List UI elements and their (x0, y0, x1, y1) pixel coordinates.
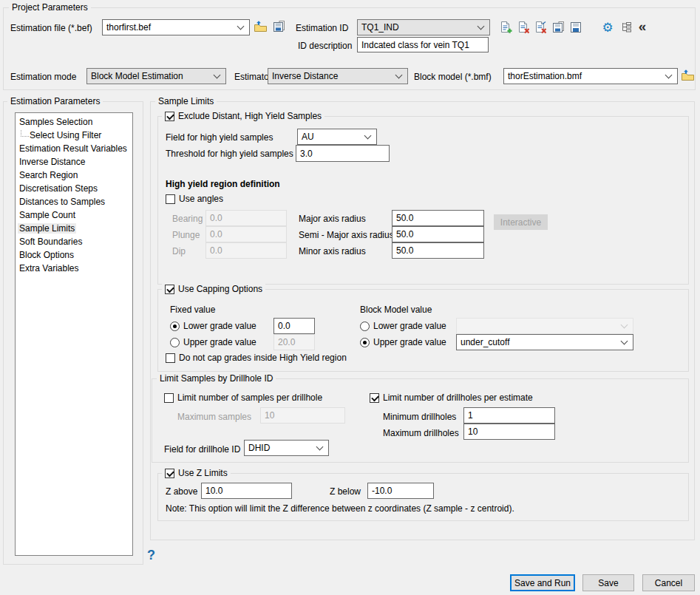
major-axis-label: Major axis radius (299, 214, 366, 224)
list-item-samples-selection[interactable]: Samples Selection (19, 115, 92, 129)
fixed-lower-label: Lower grade value (183, 321, 256, 331)
block-model-value: thorEstimation.bmf (504, 71, 663, 81)
help-button[interactable]: ? (147, 548, 155, 563)
estimation-id-value: TQ1_IND (358, 22, 475, 33)
no-cap-label: Do not cap grades inside High Yield regi… (179, 353, 347, 363)
estimation-mode-combo[interactable]: Block Model Estimation (86, 68, 226, 84)
save-button[interactable]: Save (582, 574, 634, 591)
chevron-down-icon (316, 443, 324, 450)
min-drillholes-label: Minimum drillholes (383, 412, 456, 422)
id-description-input[interactable] (357, 37, 489, 52)
list-item-block-options[interactable]: Block Options (19, 248, 74, 262)
delete-estimation-icon[interactable] (517, 21, 530, 34)
z-below-input[interactable] (367, 483, 434, 499)
fixed-lower-radio[interactable]: Lower grade value (170, 321, 256, 331)
use-z-limits-label: Use Z Limits (178, 468, 228, 478)
estimation-file-label: Estimation file (*.bef) (10, 23, 92, 33)
list-item-extra-variables[interactable]: Extra Variables (19, 262, 78, 275)
drillhole-field-value: DHID (245, 443, 314, 453)
checkbox-icon (166, 194, 175, 204)
list-item-sample-count[interactable]: Sample Count (19, 208, 75, 222)
estimator-combo[interactable]: Inverse Distance (268, 68, 408, 84)
no-cap-checkbox[interactable]: Do not cap grades inside High Yield regi… (166, 353, 347, 363)
estimation-id-combo[interactable]: TQ1_IND (357, 19, 490, 35)
limit-drillholes-label: Limit number of drillholes per estimate (383, 392, 533, 403)
delete-all-estimations-icon[interactable] (534, 21, 547, 34)
collapse-panel-icon[interactable]: « (636, 19, 649, 34)
fixed-upper-label: Upper grade value (183, 337, 256, 347)
estimation-parameters-title: Estimation Parameters (7, 96, 103, 106)
save-as-file-icon[interactable] (272, 20, 285, 33)
cancel-button[interactable]: Cancel (642, 574, 695, 591)
fixed-upper-radio[interactable]: Upper grade value (170, 337, 256, 347)
project-parameters-title: Project Parameters (9, 2, 91, 13)
bm-upper-label: Upper grade value (373, 337, 446, 347)
bm-lower-label: Lower grade value (373, 321, 446, 331)
limit-samples-checkbox[interactable]: Limit number of samples per drillhole (164, 392, 322, 403)
list-item-select-using-filter[interactable]: Select Using Filter (30, 129, 101, 142)
estimation-dialog: Project Parameters Estimation file (*.be… (0, 0, 700, 595)
minor-axis-input[interactable] (392, 242, 484, 259)
open-file-icon[interactable] (254, 20, 268, 33)
open-block-model-icon[interactable] (681, 69, 695, 82)
id-description-label: ID description (298, 41, 352, 51)
major-axis-input[interactable] (392, 210, 484, 226)
selected-item-highlight: Sample Limits (18, 223, 76, 234)
radio-icon (170, 338, 180, 347)
radio-icon (360, 322, 370, 331)
bm-upper-radio[interactable]: Upper grade value (360, 337, 446, 347)
list-item-inverse-distance[interactable]: Inverse Distance (19, 155, 85, 169)
save-estimation-as-icon[interactable] (551, 21, 565, 34)
high-yield-field-combo[interactable]: AU (297, 129, 377, 145)
radio-icon (170, 322, 180, 331)
use-z-limits-checkbox[interactable]: Use Z Limits (162, 468, 231, 478)
exclude-distant-checkbox[interactable]: Exclude Distant, High Yield Samples (162, 111, 324, 121)
use-capping-checkbox[interactable]: Use Capping Options (162, 284, 265, 294)
fixed-upper-input (273, 334, 315, 350)
list-item-distances-to-samples[interactable]: Distances to Samples (19, 195, 105, 208)
chevron-down-icon (665, 71, 673, 78)
estimation-file-value: thorfirst.bef (103, 22, 235, 33)
list-item-soft-boundaries[interactable]: Soft Boundaries (19, 235, 82, 248)
list-item-search-region[interactable]: Search Region (19, 169, 78, 182)
interactive-button: Interactive (494, 214, 548, 230)
limit-drillholes-checkbox[interactable]: Limit number of drillholes per estimate (370, 392, 533, 403)
max-samples-input (260, 407, 345, 424)
settings-gear-icon[interactable]: ⚙ (601, 21, 614, 34)
list-item-sample-limits[interactable]: Sample Limits (19, 222, 76, 235)
list-item-discretisation-steps[interactable]: Discretisation Steps (19, 182, 98, 195)
sample-limits-title: Sample Limits (155, 96, 217, 106)
max-drillholes-input[interactable] (463, 424, 555, 440)
min-drillholes-input[interactable] (463, 407, 555, 424)
fixed-lower-input[interactable] (273, 318, 315, 334)
use-angles-label: Use angles (179, 194, 223, 204)
estimation-id-label: Estimation ID (296, 23, 348, 33)
bearing-label: Bearing (172, 214, 203, 224)
semi-major-axis-input[interactable] (392, 226, 484, 242)
use-angles-checkbox[interactable]: Use angles (166, 194, 223, 204)
bm-upper-combo[interactable]: under_cutoff (456, 334, 633, 350)
drillhole-field-combo[interactable]: DHID (244, 440, 329, 456)
drillhole-field-label: Field for drillhole ID (164, 444, 240, 455)
new-estimation-icon[interactable] (499, 21, 512, 34)
estimation-mode-value: Block Model Estimation (87, 71, 211, 81)
estimation-file-combo[interactable]: thorfirst.bef (102, 19, 250, 35)
block-model-combo[interactable]: thorEstimation.bmf (503, 68, 678, 84)
bm-upper-value: under_cutoff (457, 337, 619, 347)
high-yield-field-value: AU (298, 132, 362, 142)
z-limits-note: Note: This option will limit the Z diffe… (166, 503, 514, 514)
high-yield-threshold-label: Threshold for high yield samples (166, 149, 293, 159)
save-estimation-icon[interactable] (569, 21, 582, 34)
high-yield-threshold-input[interactable] (296, 145, 390, 162)
chevron-down-icon (621, 321, 628, 328)
fixed-value-heading: Fixed value (170, 305, 215, 315)
bm-lower-radio[interactable]: Lower grade value (360, 321, 446, 331)
z-above-input[interactable] (201, 483, 292, 499)
list-item-estimation-result-variables[interactable]: Estimation Result Variables (19, 142, 127, 155)
chevron-down-icon (395, 71, 403, 78)
chevron-down-icon (621, 337, 628, 344)
save-and-run-button[interactable]: Save and Run (510, 574, 575, 591)
tree-view-icon[interactable] (620, 21, 633, 33)
drillhole-limit-title: Limit Samples by Drillhole ID (157, 373, 276, 384)
dip-label: Dip (172, 246, 186, 256)
